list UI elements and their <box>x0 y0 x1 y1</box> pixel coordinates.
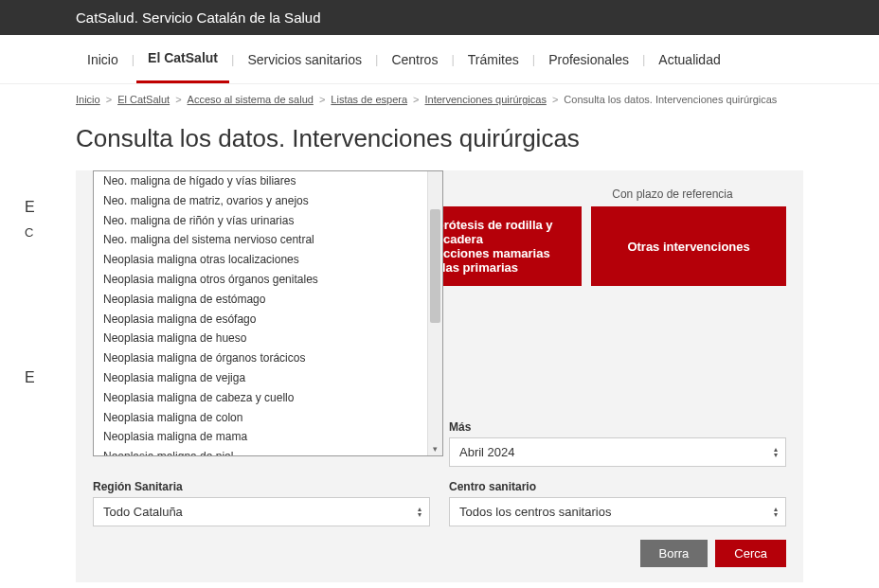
nav-item-inicio[interactable]: Inicio <box>76 37 130 82</box>
nav-item-actualidad[interactable]: Actualidad <box>647 37 731 82</box>
nav-separator: | <box>640 52 647 66</box>
intervention-dropdown-list[interactable]: Neo. maligna de hígado y vías biliaresNe… <box>93 170 443 456</box>
dropdown-option[interactable]: Neoplasia maligna de vejiga <box>94 368 427 388</box>
dropdown-option[interactable]: Neo. maligna de riñón y vías urinarias <box>94 211 427 231</box>
breadcrumb-link[interactable]: Listas de espera <box>331 94 407 105</box>
breadcrumb-link[interactable]: Acceso al sistema de salud <box>188 94 314 105</box>
nav-item-el-catsalut[interactable]: El CatSalut <box>136 35 229 83</box>
mas-label: Más <box>449 420 786 434</box>
dropdown-option[interactable]: Neoplasia maligna de cabeza y cuello <box>94 388 427 408</box>
nav-item-profesionales[interactable]: Profesionales <box>537 37 640 82</box>
dropdown-option[interactable]: Neoplasia maligna otras localizaciones <box>94 250 427 270</box>
partial-label-e: E <box>25 199 35 216</box>
filters-panel: Neo. maligna de hígado y vías biliaresNe… <box>76 170 803 582</box>
page-title: Consulta los datos. Intervenciones quirú… <box>76 124 803 153</box>
dropdown-option[interactable]: Neoplasia maligna de hueso <box>94 329 427 348</box>
clear-button[interactable]: Borra <box>640 540 709 567</box>
search-button[interactable]: Cerca <box>715 540 786 567</box>
dropdown-option[interactable]: Neo. maligna del sistema nervioso centra… <box>94 230 427 250</box>
caret-icon: ▴▾ <box>774 447 778 458</box>
nav-separator: | <box>229 52 236 66</box>
dropdown-option[interactable]: Neoplasia maligna de colon <box>94 408 427 428</box>
centro-label: Centro sanitario <box>449 480 786 493</box>
scrollbar-down-arrow[interactable]: ▾ <box>428 442 442 455</box>
header-bar: CatSalud. Servicio Catalán de la Salud <box>0 0 879 35</box>
dropdown-option[interactable]: Neoplasia maligna otros órganos genitale… <box>94 270 427 290</box>
dropdown-option[interactable]: Neoplasia maligna de órganos torácicos <box>94 348 427 368</box>
dropdown-option[interactable]: Neo. maligna de matriz, ovarios y anejos <box>94 191 427 211</box>
scrollbar-thumb[interactable] <box>430 209 440 323</box>
dropdown-scrollbar[interactable]: ▾ <box>427 171 442 455</box>
breadcrumb-link[interactable]: El CatSalut <box>117 94 170 105</box>
nav-item-centros[interactable]: Centros <box>380 37 449 82</box>
nav-separator: | <box>130 52 136 66</box>
site-title: CatSalud. Servicio Catalán de la Salud <box>76 9 321 26</box>
nav-separator: | <box>449 52 456 66</box>
partial-label-c: C <box>25 225 33 240</box>
nav-separator: | <box>373 52 380 66</box>
nav-separator: | <box>530 52 537 66</box>
dropdown-option[interactable]: Neo. maligna de hígado y vías biliares <box>94 171 427 191</box>
tab-other-interventions[interactable]: Otras intervenciones <box>591 206 786 286</box>
region-select[interactable]: Todo Cataluña ▴▾ <box>93 497 430 526</box>
region-label: Región Sanitaria <box>93 480 430 493</box>
caret-icon: ▴▾ <box>774 507 778 518</box>
tabs-header-right: Con plazo de referencia <box>559 187 786 201</box>
breadcrumb: Inicio>El CatSalut>Acceso al sistema de … <box>76 84 803 115</box>
mas-select[interactable]: Abril 2024 ▴▾ <box>449 437 786 467</box>
dropdown-option[interactable]: Neoplasia maligna de esófago <box>94 310 427 330</box>
dropdown-option[interactable]: Neoplasia maligna de estómago <box>94 290 427 310</box>
breadcrumb-link[interactable]: Intervenciones quirúrgicas <box>424 94 546 105</box>
main-nav: Inicio|El CatSalut|Servicios sanitarios|… <box>0 35 879 84</box>
caret-icon: ▴▾ <box>418 507 422 518</box>
dropdown-option[interactable]: Neoplasia maligna de piel <box>94 447 427 455</box>
centro-select[interactable]: Todos los centros sanitarios ▴▾ <box>449 497 786 526</box>
dropdown-option[interactable]: Neoplasia maligna de mama <box>94 427 427 447</box>
breadcrumb-current: Consulta los datos. Intervenciones quirú… <box>564 94 777 105</box>
breadcrumb-link[interactable]: Inicio <box>76 94 100 105</box>
nav-item-trámites[interactable]: Trámites <box>457 37 530 82</box>
partial-label-e2: E <box>25 369 35 386</box>
nav-item-servicios-sanitarios[interactable]: Servicios sanitarios <box>236 37 373 82</box>
